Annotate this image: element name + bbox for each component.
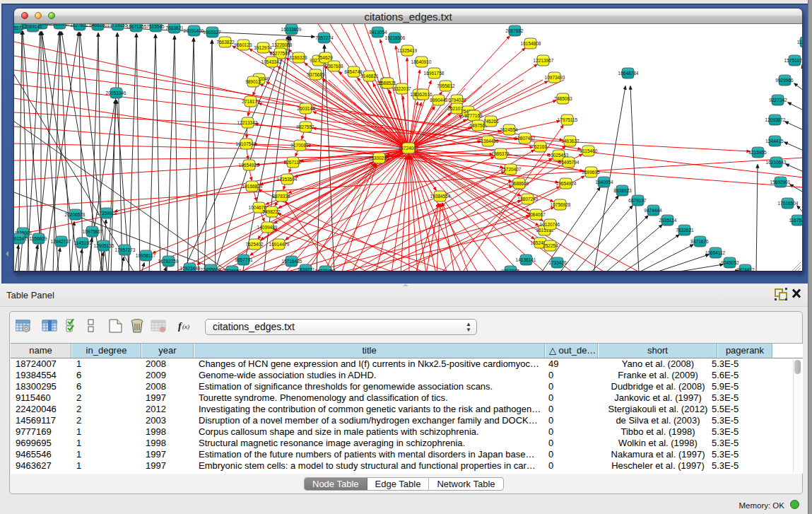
svg-text:13226058: 13226058 <box>272 42 293 47</box>
svg-text:10756928: 10756928 <box>551 202 571 207</box>
svg-text:15751074: 15751074 <box>784 58 802 63</box>
svg-text:3624554: 3624554 <box>500 127 518 132</box>
svg-text:17975115: 17975115 <box>558 117 578 122</box>
svg-text:12213967: 12213967 <box>534 58 554 63</box>
svg-text:10958117: 10958117 <box>136 253 156 258</box>
svg-text:16648784: 16648784 <box>618 71 639 76</box>
svg-text:16671355: 16671355 <box>126 24 147 29</box>
svg-text:9827552: 9827552 <box>296 124 314 129</box>
svg-text:9463627: 9463627 <box>561 139 579 144</box>
svg-text:12213343: 12213343 <box>237 120 258 125</box>
svg-text:62160: 62160 <box>534 144 547 149</box>
svg-text:8215955: 8215955 <box>748 150 767 155</box>
svg-text:8454749: 8454749 <box>344 69 363 74</box>
svg-text:17957273: 17957273 <box>115 247 136 252</box>
svg-text:19384554: 19384554 <box>430 194 451 199</box>
svg-text:3912974: 3912974 <box>254 45 272 50</box>
svg-text:9699695: 9699695 <box>582 170 600 175</box>
svg-text:10719155: 10719155 <box>107 24 128 28</box>
svg-text:6879197: 6879197 <box>628 198 647 203</box>
svg-text:9929966: 9929966 <box>775 78 794 83</box>
svg-text:16914479: 16914479 <box>269 242 290 247</box>
svg-text:989013: 989013 <box>245 79 261 84</box>
svg-text:14136141: 14136141 <box>516 257 536 262</box>
svg-text:21364436: 21364436 <box>478 139 499 144</box>
svg-text:12942737: 12942737 <box>51 239 71 244</box>
svg-text:8878334: 8878334 <box>272 194 290 199</box>
svg-text:19654924: 19654924 <box>556 181 577 186</box>
svg-text:16495794: 16495794 <box>559 160 579 165</box>
svg-text:1145191: 1145191 <box>74 240 92 245</box>
svg-text:9777169: 9777169 <box>464 113 483 118</box>
svg-text:9217207: 9217207 <box>501 269 519 272</box>
svg-text:15277509: 15277509 <box>270 51 290 56</box>
svg-text:8322037: 8322037 <box>393 86 411 91</box>
svg-text:20091406: 20091406 <box>184 28 204 33</box>
svg-text:9170081: 9170081 <box>290 143 309 148</box>
svg-text:2087682: 2087682 <box>505 28 524 33</box>
svg-text:4735650: 4735650 <box>223 269 242 272</box>
svg-text:7515545: 7515545 <box>146 24 165 29</box>
svg-text:15692901: 15692901 <box>770 180 791 185</box>
svg-text:7955812: 7955812 <box>437 83 455 88</box>
svg-text:1244415: 1244415 <box>765 139 784 144</box>
svg-text:11325419: 11325419 <box>397 48 418 53</box>
svg-text:16033809: 16033809 <box>281 27 302 32</box>
svg-text:16782759: 16782759 <box>158 259 179 264</box>
svg-text:2603144: 2603144 <box>297 106 315 111</box>
svg-text:14099489: 14099489 <box>257 225 278 230</box>
svg-text:2069141: 2069141 <box>24 24 42 29</box>
svg-text:18724007: 18724007 <box>399 146 419 151</box>
svg-text:7357274: 7357274 <box>315 35 334 40</box>
svg-text:9657791: 9657791 <box>235 257 253 262</box>
svg-text:12923448: 12923448 <box>180 266 201 271</box>
svg-text:1588521: 1588521 <box>378 81 396 86</box>
svg-text:8938923: 8938923 <box>613 188 632 193</box>
svg-text:18300295: 18300295 <box>369 156 389 160</box>
svg-text:7986372: 7986372 <box>491 151 510 156</box>
svg-text:7485063: 7485063 <box>554 96 572 101</box>
svg-text:2718170: 2718170 <box>242 99 260 104</box>
svg-text:391541: 391541 <box>14 236 27 241</box>
svg-text:2935114: 2935114 <box>659 218 677 223</box>
svg-text:10107541: 10107541 <box>236 141 257 146</box>
svg-text:5498222: 5498222 <box>262 209 281 214</box>
svg-text:9146821: 9146821 <box>360 74 379 78</box>
svg-text:10543342: 10543342 <box>261 59 282 64</box>
svg-text:17016504: 17016504 <box>778 201 799 206</box>
svg-text:9245052: 9245052 <box>721 260 739 265</box>
svg-text:7632621: 7632621 <box>676 228 694 233</box>
svg-text:22455603: 22455603 <box>201 267 221 272</box>
svg-text:6794028: 6794028 <box>448 98 466 103</box>
svg-text:19654923: 19654923 <box>239 163 259 168</box>
svg-text:20053346: 20053346 <box>106 90 126 95</box>
svg-text:15716485: 15716485 <box>282 259 302 264</box>
svg-text:16210643: 16210643 <box>766 160 787 165</box>
svg-text:9227342: 9227342 <box>769 98 787 103</box>
svg-text:9084067: 9084067 <box>527 212 546 217</box>
svg-text:7625402: 7625402 <box>245 242 264 247</box>
svg-text:1733426: 1733426 <box>548 260 567 265</box>
svg-text:12093872: 12093872 <box>765 117 786 122</box>
svg-text:12353594: 12353594 <box>277 177 298 182</box>
svg-text:3375685: 3375685 <box>307 72 325 77</box>
svg-text:9474444: 9474444 <box>644 208 662 213</box>
svg-text:1065327: 1065327 <box>203 30 221 35</box>
svg-text:10654112: 10654112 <box>705 250 726 255</box>
svg-text:7663822: 7663822 <box>216 40 235 45</box>
svg-text:1640954: 1640954 <box>595 180 613 185</box>
svg-text:2367608: 2367608 <box>325 64 343 69</box>
svg-text:1117433: 1117433 <box>797 40 802 45</box>
svg-text:19218506: 19218506 <box>385 35 406 40</box>
svg-text:12905135: 12905135 <box>94 243 114 248</box>
svg-text:9660123: 9660123 <box>234 42 252 47</box>
svg-text:10228452: 10228452 <box>315 269 336 272</box>
svg-text:9115460: 9115460 <box>580 148 598 153</box>
svg-text:18640910: 18640910 <box>411 59 432 64</box>
svg-text:1839221: 1839221 <box>297 267 315 272</box>
svg-text:754629: 754629 <box>317 55 333 60</box>
svg-text:8471676: 8471676 <box>690 239 709 244</box>
svg-text:10120746: 10120746 <box>540 222 560 227</box>
svg-text:1527602: 1527602 <box>70 24 88 28</box>
svg-text:8990448: 8990448 <box>430 98 448 103</box>
